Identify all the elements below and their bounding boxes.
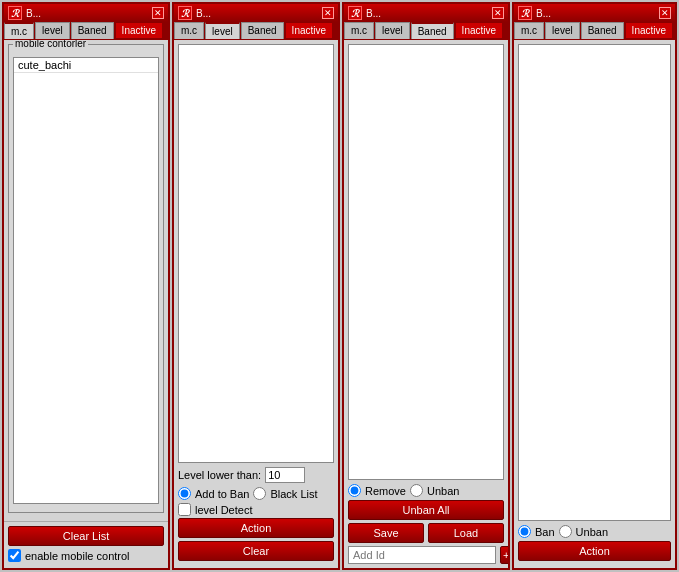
black-list-radio[interactable] [253, 487, 266, 500]
tab-mc-4[interactable]: m.c [514, 22, 544, 39]
ban-radio[interactable] [518, 525, 531, 538]
action-button-2[interactable]: Action [178, 518, 334, 538]
tabs-2: m.c level Baned Inactive [174, 22, 338, 40]
app-icon-3: ℛ [348, 6, 362, 20]
tab-inactive-2[interactable]: Inactive [285, 22, 333, 39]
unban-all-button[interactable]: Unban All [348, 500, 504, 520]
title-text-1: B... [26, 8, 148, 19]
tab-level-4[interactable]: level [545, 22, 580, 39]
load-button[interactable]: Load [428, 523, 504, 543]
remove-unban-row: Remove Unban [348, 484, 504, 497]
tab-baned-3[interactable]: Baned [411, 22, 454, 39]
content-4: Ban Unban Action [514, 40, 675, 568]
tab-level-2[interactable]: level [205, 22, 240, 39]
app-icon-2: ℛ [178, 6, 192, 20]
tab-level-3[interactable]: level [375, 22, 410, 39]
list-area-1[interactable]: cute_bachi [13, 57, 159, 504]
enable-mobile-label: enable mobile control [25, 550, 130, 562]
tab-mc-2[interactable]: m.c [174, 22, 204, 39]
content-3: Remove Unban Unban All Save Load + [344, 40, 508, 568]
black-list-label: Black List [270, 488, 317, 500]
panel-level: ℛ B... ✕ m.c level Baned Inactive Level … [172, 2, 340, 570]
footer-1: Clear List enable mobile control [4, 521, 168, 568]
title-bar-3: ℛ B... ✕ [344, 4, 508, 22]
tab-baned-1[interactable]: Baned [71, 22, 114, 39]
action-button-4[interactable]: Action [518, 541, 671, 561]
add-id-button[interactable]: + [500, 546, 508, 564]
list-item-cute-bachi[interactable]: cute_bachi [14, 58, 158, 73]
level-detect-row: level Detect [178, 503, 334, 516]
save-button[interactable]: Save [348, 523, 424, 543]
remove-label: Remove [365, 485, 406, 497]
empty-list-2 [178, 44, 334, 463]
level-lower-input[interactable] [265, 467, 305, 483]
tab-inactive-3[interactable]: Inactive [455, 22, 503, 39]
close-button-3[interactable]: ✕ [492, 7, 504, 19]
close-button-2[interactable]: ✕ [322, 7, 334, 19]
tabs-1: m.c level Baned Inactive [4, 22, 168, 40]
app-icon-1: ℛ [8, 6, 22, 20]
close-button-4[interactable]: ✕ [659, 7, 671, 19]
ban-label: Ban [535, 526, 555, 538]
tab-level-1[interactable]: level [35, 22, 70, 39]
add-id-input[interactable] [348, 546, 496, 564]
tab-baned-4[interactable]: Baned [581, 22, 624, 39]
title-text-3: B... [366, 8, 488, 19]
tab-baned-2[interactable]: Baned [241, 22, 284, 39]
tab-inactive-4[interactable]: Inactive [625, 22, 673, 39]
title-text-4: B... [536, 8, 655, 19]
title-bar-4: ℛ B... ✕ [514, 4, 675, 22]
clear-list-button[interactable]: Clear List [8, 526, 164, 546]
level-lower-label: Level lower than: [178, 469, 261, 481]
group-title-1: mobile contorler [13, 40, 88, 49]
tabs-3: m.c level Baned Inactive [344, 22, 508, 40]
panel-inactive: ℛ B... ✕ m.c level Baned Inactive Ban Un… [512, 2, 677, 570]
add-id-row: + [348, 546, 504, 564]
empty-list-3 [348, 44, 504, 480]
add-to-ban-radio[interactable] [178, 487, 191, 500]
ban-unban-row: Ban Unban [518, 525, 671, 538]
unban-radio-3[interactable] [410, 484, 423, 497]
level-lower-row: Level lower than: [178, 467, 334, 483]
clear-button-2[interactable]: Clear [178, 541, 334, 561]
save-load-row: Save Load [348, 523, 504, 543]
app-icon-4: ℛ [518, 6, 532, 20]
panel-baned: ℛ B... ✕ m.c level Baned Inactive Remove… [342, 2, 510, 570]
enable-mobile-row: enable mobile control [8, 549, 164, 562]
tabs-4: m.c level Baned Inactive [514, 22, 675, 40]
content-1: mobile contorler cute_bachi [4, 40, 168, 521]
group-mobile-contorler: mobile contorler cute_bachi [8, 44, 164, 513]
title-bar-1: ℛ B... ✕ [4, 4, 168, 22]
unban-label-3: Unban [427, 485, 459, 497]
unban-radio-4[interactable] [559, 525, 572, 538]
tab-mc-3[interactable]: m.c [344, 22, 374, 39]
empty-list-4 [518, 44, 671, 521]
enable-mobile-checkbox[interactable] [8, 549, 21, 562]
content-2: Level lower than: Add to Ban Black List … [174, 40, 338, 568]
close-button-1[interactable]: ✕ [152, 7, 164, 19]
title-text-2: B... [196, 8, 318, 19]
level-detect-label: level Detect [195, 504, 252, 516]
tab-inactive-1[interactable]: Inactive [115, 22, 163, 39]
remove-radio[interactable] [348, 484, 361, 497]
title-bar-2: ℛ B... ✕ [174, 4, 338, 22]
tab-mc-1[interactable]: m.c [4, 22, 34, 39]
add-to-ban-label: Add to Ban [195, 488, 249, 500]
add-ban-row: Add to Ban Black List [178, 487, 334, 500]
unban-label-4: Unban [576, 526, 608, 538]
panel-mobile-control: ℛ B... ✕ m.c level Baned Inactive mobile… [2, 2, 170, 570]
level-detect-checkbox[interactable] [178, 503, 191, 516]
